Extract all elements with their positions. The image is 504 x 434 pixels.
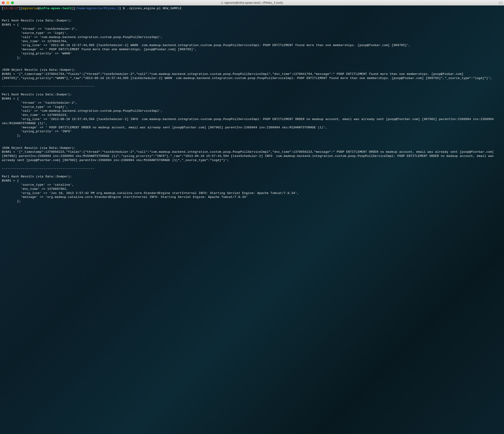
perl-hash-body-2: $VAR1 = { 'thread' => 'taskScheduler-2',… (2, 97, 496, 137)
prompt-hostname: infra-opsec-test1 (40, 7, 72, 10)
terminal-output[interactable]: [13:20:27][eginorio@infra-opsec-test1][/… (0, 6, 504, 434)
separator-2: ----------------------------------------… (2, 167, 94, 170)
perl-hash-header-2: Perl Hash Results (via Data::Dumper): (2, 93, 72, 96)
fullscreen-icon[interactable] (499, 2, 502, 4)
separator-1: ----------------------------------------… (2, 85, 94, 88)
json-header-1: JSON Object Resutls (via Data::Dumper): (2, 68, 76, 72)
perl-hash-header-3: Perl Hash Results (via Data::Dumper): (2, 175, 72, 178)
perl-hash-body-3: $VAR1 = { 'source_type' => 'catalina', '… (2, 179, 299, 203)
minimize-icon[interactable] (7, 1, 9, 4)
json-body-2: $VAR1 = '{"_timestamp":1370856223,"field… (2, 150, 496, 162)
json-body-1: $VAR1 = '{"_timestamp":1370841764,"field… (2, 72, 492, 80)
prompt-bracket-close3: ] (119, 7, 121, 10)
close-icon[interactable] (2, 1, 5, 4)
window-title: 2. eginorio@infra-opsec-test1:~/Plinko_3… (221, 1, 283, 4)
prompt-bracket-close: ] (19, 7, 21, 10)
prompt-bracket-open: [ (2, 7, 4, 10)
prompt-timestamp: 13:20:27 (4, 7, 19, 10)
prompt-symbol: $ (121, 7, 127, 10)
prompt-username: eginorio (23, 7, 38, 10)
window-title-bar: 2. eginorio@infra-opsec-test1:~/Plinko_3… (0, 0, 504, 6)
window-controls (2, 1, 14, 4)
json-header-2: JSON Object Resutls (via Data::Dumper): (2, 146, 76, 150)
command-text: ./plinko_engine.pl NEW_SAMPLE (127, 7, 181, 10)
perl-hash-body-1: $VAR1 = { 'thread' => 'taskScheduler-2',… (2, 23, 411, 59)
maximize-icon[interactable] (11, 1, 14, 4)
perl-hash-header-1: Perl Hash Results (via Data::Dumper): (2, 19, 72, 22)
prompt-bracket-close2: ] (72, 7, 74, 10)
prompt-cwd: /home/eginorio/Plinko_3 (76, 7, 119, 10)
